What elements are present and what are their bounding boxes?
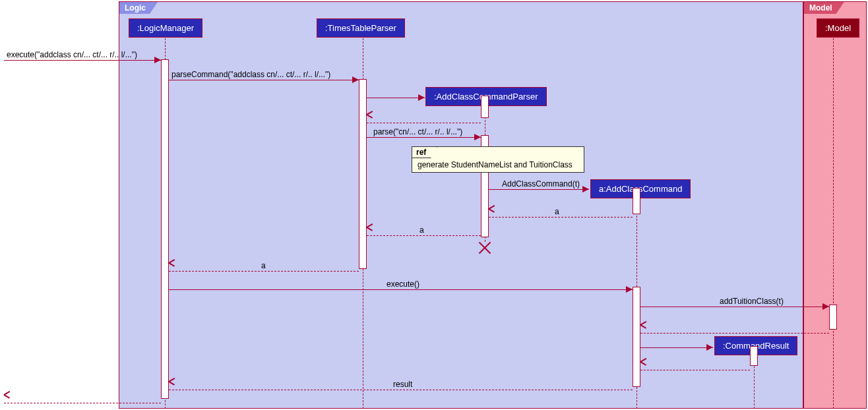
model-activation (829, 305, 837, 330)
model-frame: Model (803, 1, 867, 409)
logic-frame-title: Logic (119, 2, 158, 14)
msg-create-result-return (640, 361, 750, 370)
msg-return-a-1: a (489, 208, 633, 218)
logic-manager-head: :LogicManager (129, 18, 202, 38)
command-result-activation (750, 346, 758, 366)
msg-parse: parse("cn/... ct/... r/.. l/...") (367, 129, 481, 138)
msg-result: result (169, 381, 633, 390)
msg-create-parser (367, 89, 425, 98)
times-table-parser-activation (359, 79, 367, 269)
ref-fragment: ref generate StudentNameList and Tuition… (412, 146, 584, 173)
model-frame-title: Model (804, 2, 844, 14)
logic-manager-activation (161, 59, 169, 399)
msg-add-tuition-return (640, 324, 829, 334)
msg-execute: execute() (169, 281, 633, 290)
msg-create-parser-return (367, 114, 481, 123)
destroy-parser-icon (477, 239, 493, 255)
msg-add-tuition: addTuitionClass(t) (640, 298, 829, 307)
msg-return-a-2: a (367, 227, 481, 236)
model-lifeline (833, 38, 834, 409)
msg-return-a-3: a (169, 262, 359, 272)
ref-body: generate StudentNameList and TuitionClas… (412, 147, 584, 173)
add-class-command-activation-1 (633, 188, 640, 214)
times-table-parser-head: :TimesTableParser (317, 18, 405, 38)
model-head: :Model (817, 18, 859, 38)
msg-final-return (4, 394, 161, 403)
add-class-command-activation-2 (633, 287, 640, 387)
msg-execute-entry: execute("addclass cn/... ct/... r/.. l/.… (4, 51, 161, 61)
msg-create-result (640, 339, 713, 348)
msg-create-command: AddClassCommand(t) (489, 181, 589, 190)
add-class-parser-activation-1 (481, 96, 489, 118)
msg-parse-command: parseCommand("addclass cn/... ct/... r/.… (169, 71, 359, 80)
add-class-command-head: a:AddClassCommand (590, 179, 691, 198)
